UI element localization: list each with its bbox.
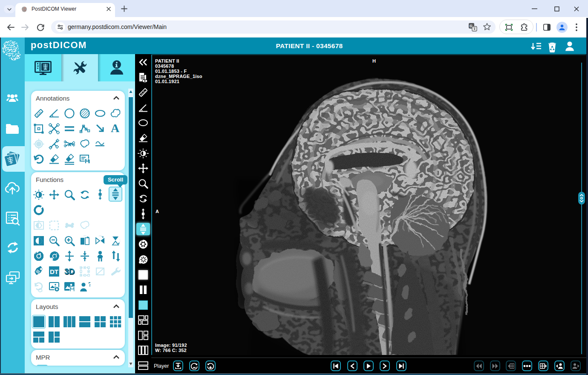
svg-text:3D: 3D	[64, 267, 75, 276]
svg-text:?: ?	[88, 281, 91, 288]
svg-text:A: A	[111, 122, 120, 134]
svg-text:DT: DT	[50, 268, 58, 275]
svg-text:X: X	[68, 142, 72, 147]
